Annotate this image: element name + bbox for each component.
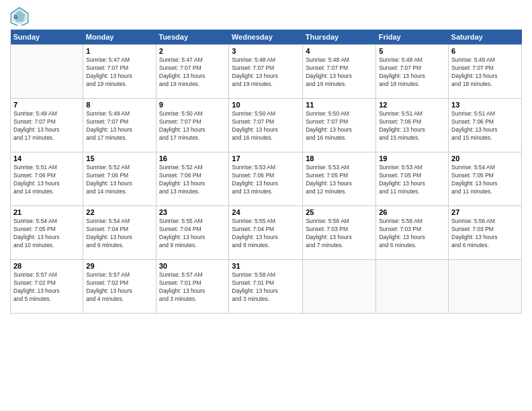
col-thursday: Thursday: [303, 30, 376, 45]
day-info-14: Sunrise: 5:51 AM Sunset: 7:06 PM Dayligh…: [13, 164, 80, 196]
calendar-cell-9: 8Sunrise: 5:49 AM Sunset: 7:07 PM Daylig…: [83, 99, 156, 152]
day-number-4: 4: [306, 47, 373, 55]
day-number-17: 17: [232, 154, 300, 163]
col-monday: Monday: [83, 30, 156, 45]
day-info-30: Sunrise: 5:57 AM Sunset: 7:01 PM Dayligh…: [159, 271, 226, 304]
day-number-6: 6: [451, 47, 519, 55]
week-row-5: 28Sunrise: 5:57 AM Sunset: 7:02 PM Dayli…: [11, 260, 522, 314]
calendar-cell-12: 11Sunrise: 5:50 AM Sunset: 7:07 PM Dayli…: [303, 99, 376, 152]
day-info-3: Sunrise: 5:48 AM Sunset: 7:07 PM Dayligh…: [232, 56, 300, 89]
calendar-cell-19: 18Sunrise: 5:53 AM Sunset: 7:05 PM Dayli…: [303, 152, 376, 206]
calendar-cell-10: 9Sunrise: 5:50 AM Sunset: 7:07 PM Daylig…: [156, 99, 229, 152]
col-friday: Friday: [376, 30, 449, 45]
day-info-20: Sunrise: 5:54 AM Sunset: 7:05 PM Dayligh…: [451, 164, 519, 196]
calendar-cell-31: 30Sunrise: 5:57 AM Sunset: 7:01 PM Dayli…: [156, 260, 229, 314]
calendar-cell-14: 13Sunrise: 5:51 AM Sunset: 7:06 PM Dayli…: [449, 99, 522, 152]
calendar-cell-22: 21Sunrise: 5:54 AM Sunset: 7:05 PM Dayli…: [11, 206, 83, 260]
day-number-3: 3: [232, 47, 300, 55]
day-info-28: Sunrise: 5:57 AM Sunset: 7:02 PM Dayligh…: [13, 271, 80, 304]
day-number-22: 22: [86, 208, 152, 216]
day-number-15: 15: [86, 154, 152, 163]
day-info-2: Sunrise: 5:47 AM Sunset: 7:07 PM Dayligh…: [159, 56, 226, 89]
day-info-23: Sunrise: 5:55 AM Sunset: 7:04 PM Dayligh…: [159, 218, 226, 250]
day-number-25: 25: [306, 208, 373, 216]
day-info-17: Sunrise: 5:53 AM Sunset: 7:06 PM Dayligh…: [232, 164, 300, 196]
calendar-cell-11: 10Sunrise: 5:50 AM Sunset: 7:07 PM Dayli…: [229, 99, 303, 152]
day-number-9: 9: [159, 101, 226, 109]
day-number-21: 21: [13, 208, 80, 216]
day-info-9: Sunrise: 5:50 AM Sunset: 7:07 PM Dayligh…: [159, 110, 226, 142]
col-wednesday: Wednesday: [229, 30, 303, 45]
day-info-1: Sunrise: 5:47 AM Sunset: 7:07 PM Dayligh…: [86, 56, 152, 89]
col-saturday: Saturday: [449, 30, 522, 45]
calendar-header-row: Sunday Monday Tuesday Wednesday Thursday…: [11, 30, 522, 45]
day-info-26: Sunrise: 5:56 AM Sunset: 7:03 PM Dayligh…: [379, 218, 445, 250]
day-number-12: 12: [379, 101, 445, 109]
calendar-cell-6: 5Sunrise: 5:48 AM Sunset: 7:07 PM Daylig…: [376, 45, 449, 99]
day-info-18: Sunrise: 5:53 AM Sunset: 7:05 PM Dayligh…: [306, 164, 373, 196]
day-info-15: Sunrise: 5:52 AM Sunset: 7:06 PM Dayligh…: [86, 164, 152, 196]
calendar-cell-35: [449, 260, 522, 314]
day-number-29: 29: [86, 262, 152, 270]
calendar-page: G Sunday Monday Tuesday Wednesday Thursd…: [0, 0, 532, 411]
day-number-7: 7: [13, 101, 80, 109]
day-info-19: Sunrise: 5:53 AM Sunset: 7:05 PM Dayligh…: [379, 164, 445, 196]
day-number-2: 2: [159, 47, 226, 55]
day-number-28: 28: [13, 262, 80, 270]
day-info-12: Sunrise: 5:51 AM Sunset: 7:06 PM Dayligh…: [379, 110, 445, 142]
day-number-13: 13: [451, 101, 519, 109]
calendar-cell-26: 25Sunrise: 5:56 AM Sunset: 7:03 PM Dayli…: [303, 206, 376, 260]
calendar-cell-1: [11, 45, 83, 99]
day-number-1: 1: [86, 47, 152, 55]
page-header: G: [10, 7, 522, 26]
week-row-4: 21Sunrise: 5:54 AM Sunset: 7:05 PM Dayli…: [11, 206, 522, 260]
col-tuesday: Tuesday: [156, 30, 229, 45]
day-number-30: 30: [159, 262, 226, 270]
day-info-22: Sunrise: 5:54 AM Sunset: 7:04 PM Dayligh…: [86, 218, 152, 250]
day-info-8: Sunrise: 5:49 AM Sunset: 7:07 PM Dayligh…: [86, 110, 152, 142]
calendar-cell-5: 4Sunrise: 5:48 AM Sunset: 7:07 PM Daylig…: [303, 45, 376, 99]
calendar-cell-16: 15Sunrise: 5:52 AM Sunset: 7:06 PM Dayli…: [83, 152, 156, 206]
day-number-5: 5: [379, 47, 445, 55]
col-sunday: Sunday: [11, 30, 83, 45]
calendar-cell-28: 27Sunrise: 5:56 AM Sunset: 7:03 PM Dayli…: [449, 206, 522, 260]
logo-icon: G: [10, 7, 29, 26]
day-info-10: Sunrise: 5:50 AM Sunset: 7:07 PM Dayligh…: [232, 110, 300, 142]
day-number-19: 19: [379, 154, 445, 163]
calendar-cell-4: 3Sunrise: 5:48 AM Sunset: 7:07 PM Daylig…: [229, 45, 303, 99]
calendar-cell-7: 6Sunrise: 5:49 AM Sunset: 7:07 PM Daylig…: [449, 45, 522, 99]
calendar-cell-20: 19Sunrise: 5:53 AM Sunset: 7:05 PM Dayli…: [376, 152, 449, 206]
week-row-3: 14Sunrise: 5:51 AM Sunset: 7:06 PM Dayli…: [11, 152, 522, 206]
day-info-29: Sunrise: 5:57 AM Sunset: 7:02 PM Dayligh…: [86, 271, 152, 304]
calendar-cell-25: 24Sunrise: 5:55 AM Sunset: 7:04 PM Dayli…: [229, 206, 303, 260]
logo: G: [10, 7, 32, 26]
day-number-26: 26: [379, 208, 445, 216]
day-number-10: 10: [232, 101, 300, 109]
svg-text:G: G: [14, 15, 18, 19]
day-info-21: Sunrise: 5:54 AM Sunset: 7:05 PM Dayligh…: [13, 218, 80, 250]
day-number-20: 20: [451, 154, 519, 163]
day-info-13: Sunrise: 5:51 AM Sunset: 7:06 PM Dayligh…: [451, 110, 519, 142]
calendar-cell-29: 28Sunrise: 5:57 AM Sunset: 7:02 PM Dayli…: [11, 260, 83, 314]
day-number-24: 24: [232, 208, 300, 216]
day-info-5: Sunrise: 5:48 AM Sunset: 7:07 PM Dayligh…: [379, 56, 445, 89]
calendar-cell-34: [376, 260, 449, 314]
calendar-cell-23: 22Sunrise: 5:54 AM Sunset: 7:04 PM Dayli…: [83, 206, 156, 260]
calendar-cell-2: 1Sunrise: 5:47 AM Sunset: 7:07 PM Daylig…: [83, 45, 156, 99]
day-info-27: Sunrise: 5:56 AM Sunset: 7:03 PM Dayligh…: [451, 218, 519, 250]
day-number-27: 27: [451, 208, 519, 216]
calendar-cell-3: 2Sunrise: 5:47 AM Sunset: 7:07 PM Daylig…: [156, 45, 229, 99]
week-row-2: 7Sunrise: 5:49 AM Sunset: 7:07 PM Daylig…: [11, 99, 522, 152]
calendar-cell-18: 17Sunrise: 5:53 AM Sunset: 7:06 PM Dayli…: [229, 152, 303, 206]
day-info-16: Sunrise: 5:52 AM Sunset: 7:06 PM Dayligh…: [159, 164, 226, 196]
day-number-31: 31: [232, 262, 300, 270]
day-number-16: 16: [159, 154, 226, 163]
day-info-7: Sunrise: 5:49 AM Sunset: 7:07 PM Dayligh…: [13, 110, 80, 142]
day-number-11: 11: [306, 101, 373, 109]
week-row-1: 1Sunrise: 5:47 AM Sunset: 7:07 PM Daylig…: [11, 45, 522, 99]
calendar-cell-33: [303, 260, 376, 314]
calendar-table: Sunday Monday Tuesday Wednesday Thursday…: [10, 30, 522, 314]
day-number-8: 8: [86, 101, 152, 109]
calendar-cell-30: 29Sunrise: 5:57 AM Sunset: 7:02 PM Dayli…: [83, 260, 156, 314]
day-info-24: Sunrise: 5:55 AM Sunset: 7:04 PM Dayligh…: [232, 218, 300, 250]
